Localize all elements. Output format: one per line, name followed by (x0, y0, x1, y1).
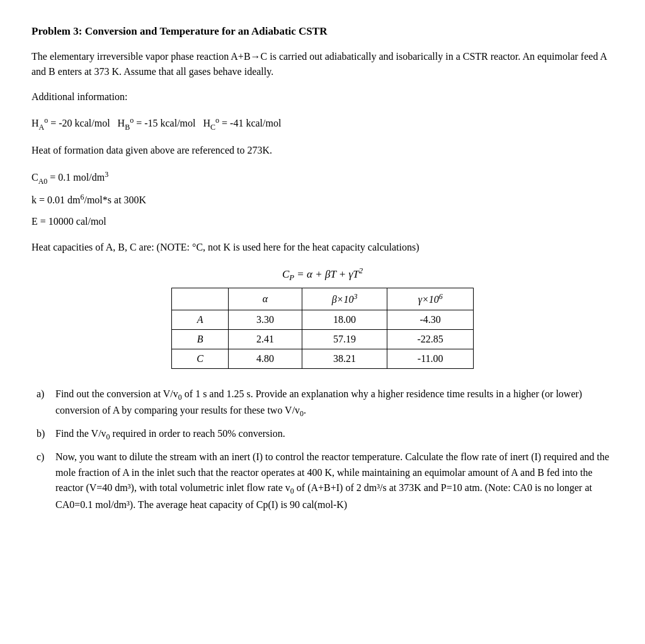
cp-formula: CP = α + βT + γT2 (282, 266, 363, 283)
question-label: b) (37, 426, 45, 442)
col-header-species (172, 288, 229, 310)
data-cell: 2.41 (229, 329, 302, 349)
e-line: E = 10000 cal/mol (31, 213, 614, 230)
data-cell: 38.21 (302, 349, 387, 368)
question-item: c)Now, you want to dilute the stream wit… (50, 449, 614, 513)
data-cell: 18.00 (302, 310, 387, 329)
page-content: Problem 3: Conversion and Temperature fo… (31, 25, 614, 513)
species-cell: B (172, 329, 229, 349)
additional-info-label: Additional information: (31, 89, 614, 105)
question-text: Find the V/v0 required in order to reach… (55, 428, 285, 439)
data-cell: 4.80 (229, 349, 302, 368)
k-line: k = 0.01 dm6/mol*s at 300K (31, 191, 614, 209)
question-item: a)Find out the conversion at V/v0 of 1 s… (50, 387, 614, 421)
cp-table-section: CP = α + βT + γT2 α β×103 γ×106 A3.3018.… (31, 266, 614, 368)
question-item: b)Find the V/v0 required in order to rea… (50, 426, 614, 443)
col-header-gamma: γ×106 (387, 288, 474, 310)
species-cell: C (172, 349, 229, 368)
problem-title: Problem 3: Conversion and Temperature fo… (31, 25, 614, 38)
question-text: Now, you want to dilute the stream with … (55, 451, 609, 510)
table-row: B2.4157.19-22.85 (172, 329, 474, 349)
data-cell: -11.00 (387, 349, 474, 368)
data-cell: -4.30 (387, 310, 474, 329)
ca0-line: CA0 = 0.1 mol/dm3 (31, 168, 614, 188)
data-cell: -22.85 (387, 329, 474, 349)
table-row: A3.3018.00-4.30 (172, 310, 474, 329)
col-header-beta: β×103 (302, 288, 387, 310)
data-cell: 3.30 (229, 310, 302, 329)
question-text: Find out the conversion at V/v0 of 1 s a… (55, 388, 582, 416)
data-cell: 57.19 (302, 329, 387, 349)
question-label: a) (37, 387, 44, 402)
table-row: C4.8038.21-11.00 (172, 349, 474, 368)
heat-formation-note: Heat of formation data given above are r… (31, 143, 614, 158)
col-header-alpha: α (229, 288, 302, 310)
question-label: c) (37, 449, 44, 465)
intro-paragraph: The elementary irreversible vapor phase … (31, 49, 614, 79)
heat-cap-note: Heat capacities of A, B, C are: (NOTE: °… (31, 240, 614, 255)
species-cell: A (172, 310, 229, 329)
questions-list: a)Find out the conversion at V/v0 of 1 s… (31, 387, 614, 514)
cp-table: α β×103 γ×106 A3.3018.00-4.30B2.4157.19-… (171, 288, 474, 368)
enthalpy-line: HAo = -20 kcal/mol HBo = -15 kcal/mol HC… (31, 115, 614, 133)
